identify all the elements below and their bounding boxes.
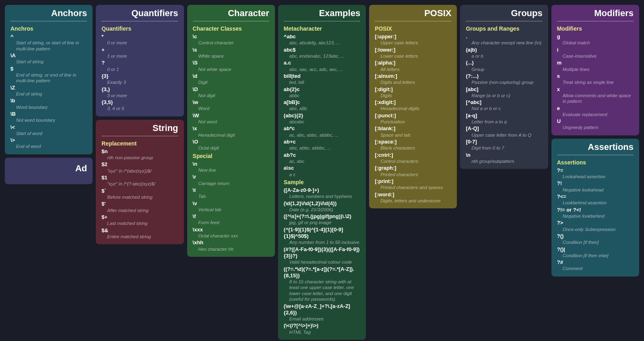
term: \b bbox=[10, 97, 87, 104]
description: Condition [if then] bbox=[557, 239, 634, 245]
description: Range (a or b or c) bbox=[466, 93, 542, 98]
term: \n bbox=[466, 151, 542, 158]
description: White space bbox=[193, 53, 269, 59]
card: StringReplacement$nnth non-pa­ssive grou… bbox=[96, 120, 184, 244]
term: $1 bbox=[101, 174, 178, 181]
section-head: Character Classes bbox=[193, 24, 269, 33]
description: Upper case letter from A to Q bbox=[466, 132, 542, 138]
description: Before matched string bbox=[101, 194, 178, 200]
card: CharacterCharacter Classes\cControl char… bbox=[187, 5, 275, 257]
term: $` bbox=[101, 187, 178, 194]
description: Treat string as single line bbox=[557, 79, 634, 85]
section-head: Quantifiers bbox=[101, 24, 178, 33]
description: Multiple lines bbox=[557, 67, 634, 72]
term: (\d{1,2}\/\d{1,2}\/\d{4}) bbox=[284, 200, 360, 207]
card: ExamplesMetacharacter^abcabc, abcdefg, a… bbox=[278, 5, 366, 340]
description: abc, aBc bbox=[284, 106, 360, 111]
term: ([A-Za-z0-9-]+) bbox=[284, 186, 360, 193]
term: [A-Q] bbox=[466, 125, 542, 132]
description: HTML Tag bbox=[284, 329, 360, 335]
card-title: Assertions bbox=[557, 139, 634, 155]
term: \< bbox=[10, 123, 87, 131]
description: Punctu­ation bbox=[375, 119, 451, 125]
card: POSIXPOSIX[:upper:]Upper case letters[:l… bbox=[369, 5, 457, 208]
description: 3 or more bbox=[101, 93, 178, 98]
term: \B bbox=[10, 110, 87, 117]
term: * bbox=[101, 33, 178, 40]
term: ab*c bbox=[284, 125, 360, 132]
term: \t bbox=[193, 186, 269, 193]
description: 3, 4 or 5 bbox=[101, 106, 178, 111]
term: \xhh bbox=[193, 239, 269, 246]
term: [abc] bbox=[466, 85, 542, 93]
description: abcabc bbox=[284, 119, 360, 125]
term: [:alnum:] bbox=[375, 72, 451, 79]
term: + bbox=[101, 46, 178, 53]
description: Passive (non-c­apt­uring) group bbox=[466, 79, 542, 85]
description: Last matched string bbox=[101, 220, 178, 226]
description: Blank characters bbox=[375, 145, 451, 151]
description: Exactly 3 bbox=[101, 79, 178, 85]
term: a.c bbox=[284, 59, 360, 66]
term: $& bbox=[101, 227, 178, 234]
term: s bbox=[557, 72, 634, 79]
column: GroupsGroups and Ranges.Any character ex… bbox=[460, 5, 548, 169]
description: Case-i­nse­nsitive bbox=[557, 53, 634, 59]
card: Ad bbox=[5, 158, 93, 184]
term: [:space:] bbox=[375, 138, 451, 145]
card: GroupsGroups and Ranges.Any character ex… bbox=[460, 5, 548, 169]
term: (...) bbox=[466, 59, 542, 66]
column: ModifiersModifiersgGlobal matchiCase-i­n… bbox=[551, 5, 639, 277]
term: \f bbox=[193, 212, 269, 220]
description: Upper case letters bbox=[375, 40, 451, 46]
term: [:graph:] bbox=[375, 164, 451, 171]
card: QuantifiersQuantifiers*0 or more+1 or mo… bbox=[96, 5, 184, 116]
term: \d bbox=[193, 72, 269, 79]
column: AnchorsAnchros^Start of string, or start… bbox=[5, 5, 93, 184]
section-head: Special bbox=[193, 151, 269, 160]
description: End of string, or end of line in multi-l… bbox=[10, 72, 87, 84]
term: {3} bbox=[101, 72, 178, 79]
term: ?> bbox=[557, 219, 634, 226]
term: ?<= bbox=[557, 193, 634, 200]
description: Hex character hh bbox=[193, 246, 269, 252]
term: (abc){2} bbox=[284, 112, 360, 119]
description: Allow comments and white space in patter… bbox=[557, 93, 634, 104]
term: [:digit:] bbox=[375, 85, 451, 93]
column: POSIXPOSIX[:upper:]Upper case letters[:l… bbox=[369, 5, 457, 208]
term: (^[1-9]{1}$|^[1-4]{1}[0-9]{1}$|^50$) bbox=[284, 226, 360, 240]
term: ab?c bbox=[284, 151, 360, 158]
card-title: Anchors bbox=[10, 5, 87, 21]
section-head: Groups and Ranges bbox=[466, 24, 542, 33]
term: \r bbox=[193, 173, 269, 180]
term: $+ bbox=[101, 213, 178, 220]
description: After matched string bbox=[101, 208, 178, 213]
term: ?()| bbox=[557, 245, 634, 253]
description: Evaluate replac­ement bbox=[557, 112, 634, 117]
term: ? bbox=[101, 59, 178, 66]
term: U bbox=[557, 117, 634, 125]
description: abc, abcdefg, abc123, ... bbox=[284, 40, 360, 46]
card-title: Quantifiers bbox=[101, 5, 178, 21]
description: Not a or b or c bbox=[466, 106, 542, 111]
column: QuantifiersQuantifiers*0 or more+1 or mo… bbox=[96, 5, 184, 244]
description: Condition [if then else] bbox=[557, 253, 634, 258]
term: [:blank:] bbox=[375, 125, 451, 132]
term: $2 bbox=[101, 160, 178, 168]
term: \w bbox=[193, 98, 269, 106]
section-head: Metacharacter bbox=[284, 24, 360, 33]
column: CharacterCharacter Classes\cControl char… bbox=[187, 5, 275, 257]
term: [:word:] bbox=[375, 191, 451, 198]
description: a c bbox=[284, 172, 360, 177]
description: Not word bbox=[193, 119, 269, 125]
term: (\w+@[a-zA-Z_]+?\.[a-zA-Z]{2,6}) bbox=[284, 302, 360, 316]
term: ^abc bbox=[284, 33, 360, 40]
term: e bbox=[557, 104, 634, 112]
description: New line bbox=[193, 167, 269, 173]
description: Global match bbox=[557, 40, 634, 46]
description: Not white space bbox=[193, 67, 269, 72]
description: Lookbehind assertion bbox=[557, 200, 634, 206]
term: [^abc] bbox=[466, 98, 542, 106]
description: Carriage return bbox=[193, 181, 269, 186]
card: AssertionsAssertions?=Lookahead assertio… bbox=[551, 139, 639, 277]
